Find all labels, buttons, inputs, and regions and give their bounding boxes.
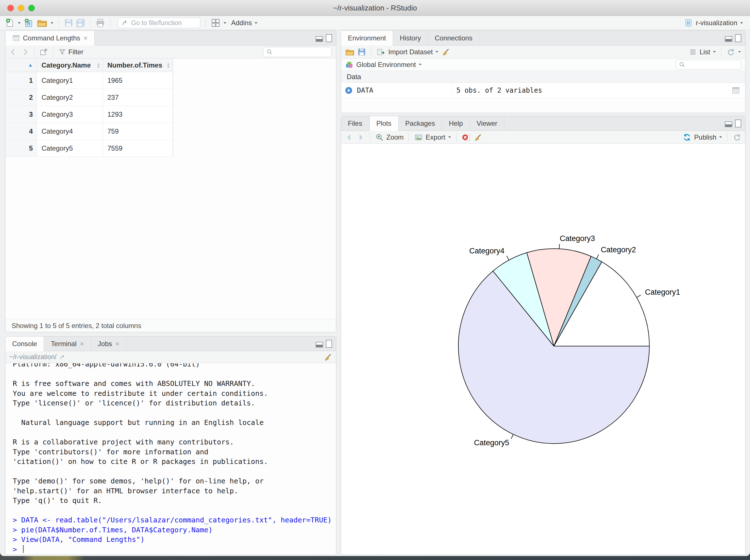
close-icon[interactable]: ×: [115, 340, 119, 348]
tab-command-lengths[interactable]: Command Lengths ×: [5, 31, 95, 45]
publish-icon: [683, 133, 691, 142]
search-icon: [679, 61, 686, 68]
environment-search-input[interactable]: [676, 60, 741, 69]
print-icon[interactable]: [96, 18, 105, 28]
export-image-icon: [414, 133, 423, 142]
tab-console[interactable]: Console: [5, 337, 44, 351]
tab-files[interactable]: Files: [341, 116, 369, 131]
pane-layout-dropdown-icon[interactable]: [223, 22, 226, 24]
clear-all-plots-broom-icon[interactable]: [474, 133, 482, 142]
maximize-pane-icon[interactable]: [735, 120, 741, 127]
table-row: 3Category31293: [5, 106, 173, 123]
column-header-number-of-times[interactable]: Number.of.Times ▲▼: [103, 59, 173, 72]
list-view-button[interactable]: List: [700, 48, 716, 56]
tab-terminal[interactable]: Terminal ×: [44, 337, 91, 351]
refresh-plot-icon[interactable]: [733, 133, 741, 142]
tab-history[interactable]: History: [393, 31, 428, 45]
load-workspace-icon[interactable]: [345, 48, 355, 56]
environment-object-row[interactable]: DATA 5 obs. of 2 variables: [341, 83, 745, 98]
number-of-times-cell: 7559: [103, 140, 173, 157]
open-file-dropdown-icon[interactable]: [51, 22, 54, 24]
table-status-bar: Showing 1 to 5 of 5 entries, 2 total col…: [5, 319, 336, 332]
project-menu[interactable]: R r-visualization: [684, 18, 743, 27]
list-dropdown-icon: [713, 51, 716, 53]
back-icon[interactable]: [9, 48, 18, 56]
environment-scope-bar: Global Environment: [341, 59, 745, 71]
view-table-icon[interactable]: [732, 86, 740, 95]
pie-label-tick: [637, 295, 641, 298]
import-dropdown-icon: [436, 51, 439, 53]
row-number-header[interactable]: ▲: [5, 59, 37, 72]
minimize-pane-icon[interactable]: [316, 342, 323, 347]
svg-text:R: R: [687, 21, 690, 26]
tab-plots[interactable]: Plots: [369, 116, 398, 131]
expand-object-icon[interactable]: [344, 86, 353, 95]
save-workspace-icon[interactable]: [357, 48, 366, 56]
new-project-icon[interactable]: R: [24, 18, 34, 28]
tab-environment[interactable]: Environment: [341, 31, 393, 45]
next-plot-icon[interactable]: [356, 133, 365, 142]
close-icon[interactable]: ×: [80, 340, 84, 348]
filter-button[interactable]: Filter: [59, 48, 83, 56]
column-header-category-name[interactable]: Category.Name ▲▼: [37, 59, 103, 72]
minimize-pane-icon[interactable]: [316, 36, 323, 42]
clear-console-broom-icon[interactable]: [323, 353, 332, 361]
pane-layout-icon[interactable]: [211, 18, 220, 28]
publish-plot-button[interactable]: Publish: [683, 133, 722, 142]
new-file-dropdown-icon[interactable]: [18, 22, 21, 24]
refresh-icon[interactable]: [727, 48, 735, 56]
forward-icon[interactable]: [21, 48, 29, 56]
environment-section-header: Data: [341, 71, 745, 83]
tab-jobs[interactable]: Jobs ×: [91, 337, 126, 351]
console-output[interactable]: Platform: x86_64-apple-darwin15.6.0 (64-…: [5, 363, 336, 555]
text-cursor: [23, 545, 24, 553]
maximize-pane-icon[interactable]: [326, 340, 332, 348]
addins-dropdown-icon: [255, 22, 258, 24]
console-input-line: > DATA <- read.table("/Users/lsalazar/co…: [13, 515, 336, 525]
previous-plot-icon[interactable]: [345, 133, 354, 142]
pane-controls: [316, 340, 332, 348]
clear-environment-broom-icon[interactable]: [441, 48, 450, 56]
refresh-dropdown-icon[interactable]: [738, 51, 741, 53]
console-output-line: Type 'demo()' for some demos, 'help()' f…: [13, 476, 336, 486]
export-plot-button[interactable]: Export: [414, 133, 451, 142]
close-icon[interactable]: ×: [84, 34, 87, 42]
environment-scope-dropdown[interactable]: Global Environment: [356, 61, 422, 69]
addins-menu[interactable]: Addins: [231, 19, 258, 27]
row-number-cell: 5: [5, 140, 37, 157]
data-table: ▲ Category.Name ▲▼ Number.of.Times ▲▼ 1C…: [5, 59, 173, 157]
search-icon: [266, 48, 273, 55]
minimize-pane-icon[interactable]: [725, 121, 732, 127]
console-output-line: Type 'license()' or 'licence()' for dist…: [13, 398, 336, 408]
console-output-line: [13, 369, 336, 379]
open-file-icon[interactable]: [37, 18, 47, 28]
import-dataset-icon: [376, 48, 386, 56]
environment-pane: Environment History Connections Import D…: [341, 31, 746, 113]
zoom-plot-button[interactable]: Zoom: [375, 133, 403, 142]
maximize-pane-icon[interactable]: [326, 34, 332, 42]
minimize-pane-icon[interactable]: [725, 36, 732, 42]
table-row: 4Category4759: [5, 123, 173, 140]
tab-viewer[interactable]: Viewer: [470, 116, 505, 131]
pane-controls: [725, 120, 741, 127]
goto-directory-icon[interactable]: [59, 354, 67, 361]
remove-plot-icon[interactable]: [462, 133, 471, 142]
console-prompt-line[interactable]: >: [13, 545, 336, 555]
tab-connections[interactable]: Connections: [428, 31, 479, 45]
maximize-pane-icon[interactable]: [735, 34, 741, 42]
open-in-new-window-icon[interactable]: [40, 48, 48, 56]
title-bar: ~/r-visualization - RStudio: [0, 0, 750, 16]
tab-label: Command Lengths: [23, 34, 80, 42]
console-input-line: > View(DATA, "Command Lengths"): [13, 535, 336, 545]
tab-help[interactable]: Help: [442, 116, 470, 131]
pie-label-Category5: Category5: [474, 439, 509, 447]
new-file-icon[interactable]: [5, 18, 15, 28]
goto-file-input[interactable]: Go to file/function: [118, 18, 200, 28]
tab-packages[interactable]: Packages: [398, 116, 442, 131]
pie-label-tick: [511, 434, 513, 439]
viewer-search-input[interactable]: [263, 47, 332, 57]
import-dataset-button[interactable]: Import Dataset: [388, 48, 439, 56]
save-icon[interactable]: [64, 18, 73, 27]
publish-dropdown-icon: [719, 137, 722, 138]
save-all-icon[interactable]: [76, 18, 85, 27]
